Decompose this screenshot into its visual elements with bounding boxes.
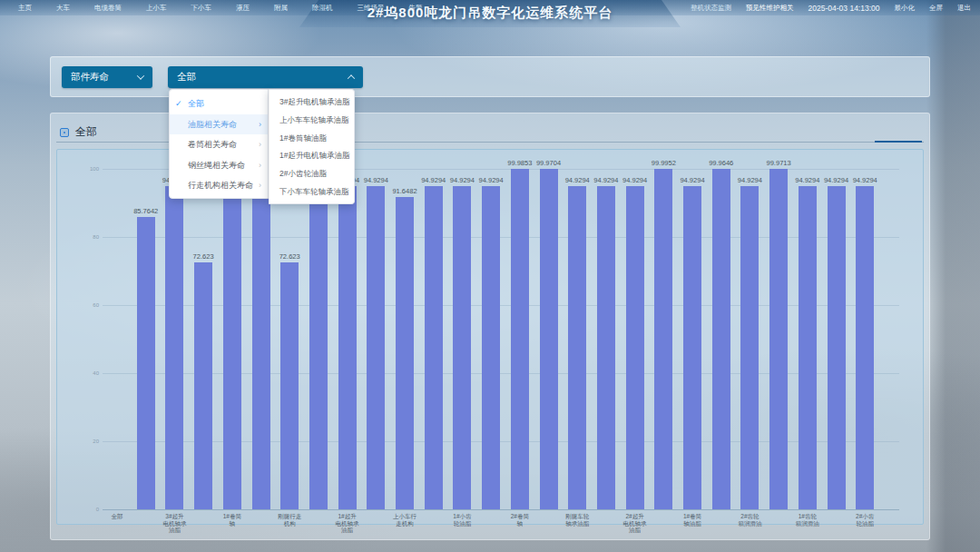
chart-bar-16[interactable] — [568, 186, 586, 509]
chart-bar-24[interactable] — [799, 186, 817, 509]
submenu-option-2[interactable]: 1#卷筒轴油脂 — [270, 130, 354, 148]
y-axis-label: 60 — [75, 302, 99, 308]
main-nav: 主页大车电缆卷筒上小车下小车液压附属除湿机三维场景告警 — [18, 0, 423, 15]
exit-button[interactable]: 退出 — [957, 4, 971, 13]
chart-bar-26[interactable] — [856, 186, 874, 509]
nav-item-3[interactable]: 上小车 — [146, 4, 167, 13]
cascader-menu: ✓全部油脂相关寿命›卷筒相关寿命›钢丝绳相关寿命›行走机构相关寿命› — [169, 89, 269, 199]
fullscreen-button[interactable]: 全屏 — [929, 4, 943, 13]
submenu-option-4[interactable]: 2#小齿轮油脂 — [270, 165, 354, 183]
chart-bar-23[interactable] — [769, 169, 788, 509]
chart-bar-8[interactable] — [338, 186, 357, 509]
cascader-option-4[interactable]: 行走机构相关寿命› — [170, 175, 268, 196]
check-icon: ✓ — [175, 94, 182, 114]
cascader-option-2[interactable]: 卷筒相关寿命› — [170, 134, 268, 155]
x-axis-label: 1#卷筒轴油脂 — [675, 513, 710, 527]
x-axis-label: 刚腿行走机构 — [272, 513, 307, 527]
nav-item-9[interactable]: 告警 — [409, 4, 423, 13]
bar-value-label: 94.9294 — [615, 176, 655, 184]
cascader-option-label: 钢丝绳相关寿命 — [188, 161, 245, 170]
chart-bar-14[interactable] — [511, 169, 529, 509]
chart-bar-12[interactable] — [453, 186, 471, 509]
nav-item-status-monitor[interactable]: 整机状态监测 — [691, 4, 731, 13]
x-axis-line — [103, 509, 899, 510]
y-axis-label: 100 — [75, 166, 99, 172]
cascader-option-label: 行走机构相关寿命 — [188, 181, 253, 190]
nav-item-2[interactable]: 电缆卷筒 — [94, 4, 122, 13]
bar-value-label: 72.623 — [183, 252, 223, 261]
bar-value-label: 94.9294 — [356, 176, 396, 184]
x-axis-label: 全部 — [100, 513, 134, 520]
x-axis-label: 1#起升电机轴承油脂 — [330, 513, 365, 534]
chart-bar-25[interactable] — [828, 186, 846, 509]
cascader-option-0[interactable]: ✓全部 — [170, 94, 268, 114]
y-axis-label: 0 — [75, 507, 99, 512]
bar-value-label: 72.623 — [270, 252, 309, 261]
chevron-down-icon — [137, 72, 144, 79]
chart-bar-5[interactable] — [252, 186, 270, 509]
chart-bar-17[interactable] — [597, 186, 615, 509]
datetime: 2025-04-03 14:13:00 — [808, 4, 880, 13]
bar-value-label: 99.9704 — [529, 159, 569, 167]
chart-bar-20[interactable] — [683, 186, 701, 509]
bar-value-label: 94.9294 — [730, 176, 769, 184]
top-right-bar: 整机状态监测 预见性维护相关 2025-04-03 14:13:00 最小化 全… — [691, 0, 971, 15]
chart-bar-10[interactable] — [396, 197, 414, 509]
chevron-up-icon — [348, 74, 355, 82]
nav-item-1[interactable]: 大车 — [56, 4, 70, 13]
x-axis-label: 刚腿车轮轴承油脂 — [560, 513, 594, 527]
submenu-option-3[interactable]: 1#起升电机轴承油脂 — [270, 147, 354, 165]
scope-select-value: 全部 — [177, 71, 196, 84]
chart-bar-21[interactable] — [712, 169, 730, 509]
chart-bar-13[interactable] — [482, 186, 500, 509]
nav-item-5[interactable]: 液压 — [236, 4, 250, 13]
y-axis-label: 20 — [75, 439, 99, 444]
chart-bar-3[interactable] — [194, 262, 212, 509]
minimize-button[interactable]: 最小化 — [895, 4, 916, 13]
submenu-option-1[interactable]: 上小车车轮轴承油脂 — [270, 112, 354, 130]
bar-value-label: 91.6482 — [385, 187, 425, 195]
y-axis-label: 40 — [75, 370, 99, 376]
cascader-option-label: 油脂相关寿命 — [188, 120, 237, 129]
cascader-option-label: 卷筒相关寿命 — [188, 140, 237, 149]
chart-bar-1[interactable] — [137, 217, 155, 509]
cascader-option-3[interactable]: 钢丝绳相关寿命› — [170, 155, 268, 176]
component-life-bar-chart: 020406080100全部85.764294.92943#起升电机轴承油脂72… — [56, 149, 924, 525]
nav-item-predictive-maintenance[interactable]: 预见性维护相关 — [746, 4, 794, 13]
nav-item-0[interactable]: 主页 — [18, 4, 32, 13]
chart-bar-11[interactable] — [425, 186, 443, 509]
chart-bar-4[interactable] — [223, 186, 241, 509]
x-axis-label: 1#齿轮箱润滑油 — [790, 513, 825, 527]
x-axis-label: 2#小齿轮油脂 — [848, 513, 882, 527]
component-life-select-value: 部件寿命 — [71, 71, 109, 84]
chart-bar-18[interactable] — [626, 186, 644, 509]
chevron-right-icon: › — [259, 134, 261, 155]
chart-bar-2[interactable] — [165, 186, 183, 509]
chevron-right-icon: › — [259, 175, 261, 196]
chart-bar-7[interactable] — [309, 186, 328, 509]
nav-item-4[interactable]: 下小车 — [191, 4, 212, 13]
chart-bar-15[interactable] — [540, 169, 558, 509]
x-axis-label: 1#小齿轮油脂 — [445, 513, 479, 527]
nav-item-7[interactable]: 除湿机 — [312, 4, 333, 13]
x-axis-label: 上小车行走机构 — [387, 513, 422, 527]
chart-bar-6[interactable] — [280, 262, 299, 509]
x-axis-label: 3#起升电机轴承油脂 — [157, 513, 191, 534]
section-title: 全部 — [75, 124, 97, 140]
chart-bar-9[interactable] — [367, 186, 385, 509]
nav-item-8[interactable]: 三维场景 — [358, 4, 385, 13]
scope-select[interactable]: 全部 — [168, 66, 363, 88]
chevron-right-icon: › — [259, 114, 261, 135]
chevron-right-icon: › — [259, 155, 261, 176]
bar-value-label: 99.9713 — [759, 159, 799, 167]
x-axis-label: 2#齿轮箱润滑油 — [732, 513, 767, 527]
chart-bar-22[interactable] — [740, 186, 759, 509]
bar-value-label: 99.9952 — [643, 159, 683, 167]
chart-bar-19[interactable] — [654, 169, 672, 509]
cascader-option-1[interactable]: 油脂相关寿命› — [170, 114, 268, 135]
cascader-submenu: 3#起升电机轴承油脂上小车车轮轴承油脂1#卷筒轴油脂1#起升电机轴承油脂2#小齿… — [269, 89, 355, 204]
component-life-select[interactable]: 部件寿命 — [62, 66, 152, 88]
submenu-option-0[interactable]: 3#起升电机轴承油脂 — [270, 94, 354, 112]
submenu-option-5[interactable]: 下小车车轮轴承油脂 — [270, 183, 354, 202]
nav-item-6[interactable]: 附属 — [274, 4, 288, 13]
